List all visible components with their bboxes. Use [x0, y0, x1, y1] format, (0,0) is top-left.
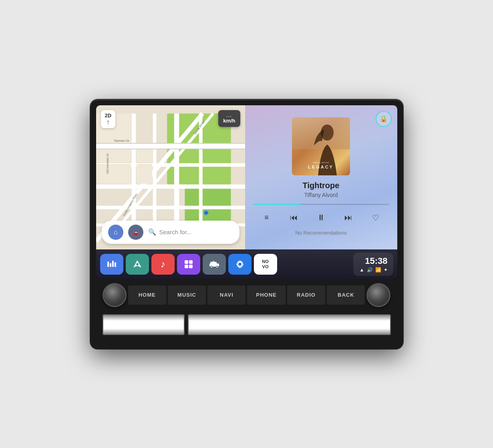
- phone-hw-button[interactable]: PHONE: [247, 285, 285, 305]
- equalizer-icon: [107, 260, 117, 269]
- search-icon: 🔍: [148, 228, 156, 236]
- music-lock-button[interactable]: 🔒: [376, 111, 392, 127]
- left-knob[interactable]: [103, 283, 127, 307]
- svg-rect-47: [213, 261, 214, 262]
- svg-point-44: [211, 266, 212, 267]
- svg-rect-32: [107, 261, 109, 267]
- speaker-icon: 🔊: [367, 267, 373, 273]
- music-controls: ≡ ⏮ ⏸ ⏭ ♡: [253, 211, 389, 225]
- speed-button[interactable]: ... km/h: [218, 110, 240, 127]
- right-knob[interactable]: [366, 283, 390, 307]
- search-placeholder: Search for...: [159, 229, 192, 235]
- svg-point-49: [238, 263, 241, 266]
- svg-text:Old Ironsides Dr: Old Ironsides Dr: [106, 153, 109, 174]
- clock-widget: 15:38 ▲ 🔊 📶 ✦: [353, 253, 393, 276]
- like-button[interactable]: ♡: [368, 211, 383, 225]
- playlist-button[interactable]: ≡: [260, 211, 274, 225]
- svg-rect-33: [110, 263, 111, 267]
- home-icon: ⌂: [114, 229, 118, 236]
- album-art: Tiffany Alvord LEGACY: [292, 117, 350, 175]
- clock-status-icons: ▲ 🔊 📶 ✦: [359, 267, 388, 273]
- svg-rect-5: [96, 184, 245, 189]
- din-slot-right: [188, 314, 391, 335]
- progress-fill: [253, 204, 301, 205]
- song-title: Tightrope: [303, 181, 340, 190]
- car-head-unit: Tasman Dr Great Amer Old Ironsides Dr Gr…: [91, 100, 403, 349]
- settings-button[interactable]: [228, 254, 252, 275]
- svg-rect-35: [115, 262, 116, 267]
- grid-icon: [184, 259, 193, 269]
- car-icon: 🚗: [132, 229, 139, 235]
- previous-button[interactable]: ⏮: [287, 211, 301, 225]
- svg-rect-38: [189, 260, 193, 264]
- pause-button[interactable]: ⏸: [314, 211, 328, 225]
- car-settings-button[interactable]: [203, 254, 226, 275]
- svg-rect-37: [185, 260, 188, 264]
- home-hw-button[interactable]: HOME: [128, 285, 166, 305]
- novo-logo: NOVO: [262, 259, 269, 269]
- wifi-icon: 📶: [375, 267, 381, 273]
- din-slots-row: [96, 311, 397, 341]
- svg-rect-20: [136, 164, 152, 184]
- svg-point-26: [205, 211, 207, 214]
- svg-rect-6: [96, 205, 245, 209]
- album-art-image: Tiffany Alvord LEGACY: [292, 117, 350, 175]
- bluetooth-icon: ✦: [384, 267, 388, 273]
- music-button[interactable]: ♪: [151, 254, 175, 275]
- back-hw-button[interactable]: BACK: [327, 285, 365, 305]
- screen-top: Tasman Dr Great Amer Old Ironsides Dr Gr…: [96, 105, 397, 249]
- map-2d-button[interactable]: 2D ↑: [101, 110, 116, 128]
- car-tool-icon: [209, 259, 220, 269]
- no-recommendations: No Recommendations: [295, 230, 347, 236]
- radio-hw-button[interactable]: RADIO: [287, 285, 325, 305]
- navigation-icon: [133, 259, 142, 269]
- svg-rect-18: [96, 164, 131, 184]
- music-panel: 🔒: [245, 105, 397, 249]
- map-car-button[interactable]: 🚗: [128, 225, 143, 240]
- svg-rect-40: [189, 265, 193, 268]
- svg-point-46: [216, 266, 217, 267]
- music-note-icon: ♪: [161, 259, 165, 270]
- volume-up-icon: ▲: [360, 267, 364, 273]
- next-button[interactable]: ⏭: [341, 211, 356, 225]
- equalizer-button[interactable]: [100, 254, 123, 275]
- screen: Tasman Dr Great Amer Old Ironsides Dr Gr…: [96, 105, 397, 279]
- navi-button[interactable]: [126, 254, 149, 275]
- hardware-controls-row: HOME MUSIC NAVI PHONE RADIO BACK: [96, 279, 397, 311]
- svg-rect-15: [96, 149, 245, 149]
- 2d-label: 2D: [105, 113, 112, 119]
- settings-gear-icon: [235, 259, 245, 269]
- progress-bar[interactable]: [253, 204, 389, 205]
- svg-rect-17: [96, 149, 131, 163]
- svg-text:Tasman Dr: Tasman Dr: [114, 139, 129, 143]
- speed-dots: ...: [223, 113, 235, 118]
- svg-rect-34: [112, 261, 114, 267]
- svg-rect-39: [185, 265, 188, 268]
- svg-point-36: [136, 263, 139, 265]
- map-search-field[interactable]: 🔍 Search for...: [148, 228, 233, 236]
- map-search-bar: ⌂ 🚗 🔍 Search for...: [102, 221, 239, 244]
- svg-rect-3: [96, 143, 245, 148]
- svg-text:Tiffany Alvord: Tiffany Alvord: [313, 161, 329, 164]
- apps-button[interactable]: [177, 254, 200, 275]
- clock-time: 15:38: [359, 256, 388, 266]
- novo-button[interactable]: NOVO: [254, 254, 277, 275]
- speed-unit: km/h: [223, 118, 235, 124]
- map-home-button[interactable]: ⌂: [108, 225, 123, 240]
- svg-text:LEGACY: LEGACY: [308, 165, 334, 169]
- song-artist: Tiffany Alvord: [304, 192, 338, 198]
- compass-icon: ↑: [107, 119, 110, 126]
- music-hw-button[interactable]: MUSIC: [168, 285, 206, 305]
- map-panel[interactable]: Tasman Dr Great Amer Old Ironsides Dr Gr…: [96, 105, 245, 249]
- svg-rect-19: [136, 149, 152, 163]
- svg-rect-14: [96, 143, 245, 144]
- din-slot-left: [103, 314, 185, 335]
- navi-hw-button[interactable]: NAVI: [207, 285, 245, 305]
- nav-bar: ♪: [96, 249, 397, 279]
